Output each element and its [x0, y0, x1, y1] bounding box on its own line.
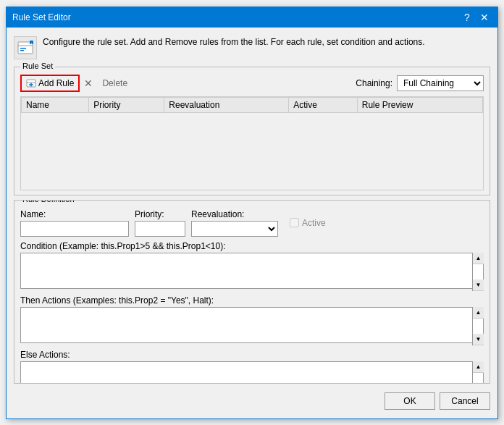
close-button[interactable]: ✕ [477, 10, 492, 25]
help-button[interactable]: ? [460, 10, 474, 25]
condition-label: Condition (Example: this.Prop1>5 && this… [20, 241, 484, 251]
rules-table-wrapper: Name Priority Reevaluation Active Rule P… [20, 96, 484, 190]
then-scroll-down[interactable]: ▼ [473, 334, 484, 345]
else-scroll-up[interactable]: ▲ [473, 361, 484, 373]
active-checkbox[interactable] [290, 218, 299, 227]
rules-table: Name Priority Reevaluation Active Rule P… [21, 97, 483, 113]
svg-rect-3 [20, 50, 24, 51]
table-header-row: Name Priority Reevaluation Active Rule P… [22, 97, 483, 112]
title-bar-left: Rule Set Editor [12, 12, 71, 22]
active-group: Active [284, 218, 326, 228]
condition-wrapper: ▲ ▼ [20, 253, 484, 291]
footer-buttons: OK Cancel [14, 388, 490, 413]
condition-section: Condition (Example: this.Prop1>5 && this… [20, 241, 484, 291]
priority-input[interactable] [135, 221, 185, 237]
title-bar: Rule Set Editor ? ✕ [7, 7, 497, 28]
condition-scroll-down[interactable]: ▼ [473, 279, 484, 291]
reevaluation-select[interactable] [191, 221, 278, 237]
else-textarea[interactable] [20, 361, 484, 384]
rule-set-legend: Rule Set [20, 62, 55, 70]
priority-group: Priority: [135, 209, 185, 237]
add-rule-button[interactable]: Add Rule [20, 75, 80, 92]
info-bar: + Configure the rule set. Add and Remove… [14, 33, 490, 62]
rule-def-content: Name: Priority: Reevaluation: [20, 209, 484, 384]
then-scroll-up[interactable]: ▲ [473, 307, 484, 319]
then-label: Then Actions (Examples: this.Prop2 = "Ye… [20, 295, 484, 306]
info-text: Configure the rule set. Add and Remove r… [43, 36, 425, 49]
col-active: Active [289, 97, 358, 112]
delete-rule-button[interactable]: Delete [97, 75, 133, 92]
reevaluation-group: Reevaluation: [191, 209, 278, 237]
title-bar-right: ? ✕ [460, 10, 492, 25]
chaining-select[interactable]: Full Chaining No Chaining Immediate [397, 75, 484, 91]
then-scrollbar: ▲ ▼ [472, 307, 484, 345]
reevaluation-label: Reevaluation: [191, 209, 278, 219]
name-label: Name: [20, 209, 129, 219]
col-name: Name [22, 97, 89, 112]
else-wrapper: ▲ ▼ [20, 361, 484, 384]
condition-textarea[interactable] [20, 253, 484, 289]
col-reevaluation: Reevaluation [164, 97, 289, 112]
then-section: Then Actions (Examples: this.Prop2 = "Ye… [20, 295, 484, 345]
delete-x-icon: ✕ [84, 77, 93, 89]
priority-label: Priority: [135, 209, 185, 219]
name-input[interactable] [20, 221, 129, 237]
dialog-title: Rule Set Editor [12, 12, 71, 22]
name-group: Name: [20, 209, 129, 237]
rule-definition-legend: Rule Definition [20, 200, 77, 203]
chaining-label: Chaining: [356, 78, 392, 88]
then-textarea[interactable] [20, 307, 484, 343]
else-scrollbar: ▲ ▼ [472, 361, 484, 384]
then-wrapper: ▲ ▼ [20, 307, 484, 345]
col-priority: Priority [89, 97, 164, 112]
else-section: Else Actions: ▲ ▼ [20, 350, 484, 384]
ok-button[interactable]: OK [385, 392, 435, 410]
condition-scrollbar: ▲ ▼ [472, 253, 484, 291]
cancel-button[interactable]: Cancel [440, 392, 490, 410]
rule-set-editor-dialog: Rule Set Editor ? ✕ + Configure the rule… [6, 7, 498, 419]
else-label: Else Actions: [20, 350, 484, 360]
add-rule-icon [26, 78, 36, 88]
condition-scroll-up[interactable]: ▲ [473, 253, 484, 264]
rule-set-toolbar: Add Rule ✕ Delete Chaining: Full Chainin… [20, 75, 484, 92]
col-rule-preview: Rule Preview [357, 97, 482, 112]
info-icon: + [14, 36, 37, 59]
rule-set-section: Rule Set Add Rule ✕ Delete Chaining: [14, 67, 490, 195]
rule-definition-section: Rule Definition Name: Priority: Reevalua… [14, 200, 490, 384]
name-priority-row: Name: Priority: Reevaluation: [20, 209, 484, 237]
svg-rect-2 [20, 48, 26, 49]
dialog-body: + Configure the rule set. Add and Remove… [7, 28, 497, 418]
active-label: Active [302, 218, 326, 228]
